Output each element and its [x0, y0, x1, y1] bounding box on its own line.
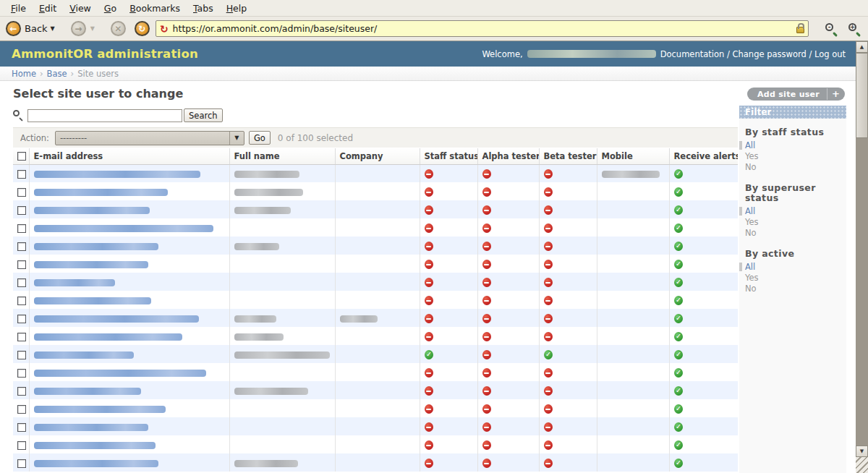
column-header-full-name[interactable]: Full name	[229, 148, 335, 164]
breadcrumb-base[interactable]: Base	[47, 69, 67, 79]
column-header-company[interactable]: Company	[335, 148, 420, 164]
full-name-redacted	[234, 171, 299, 178]
row-checkbox[interactable]	[17, 260, 26, 269]
zoom-out-button[interactable]: -	[823, 21, 839, 37]
menu-tabs[interactable]: Tabs	[187, 1, 220, 15]
alpha-tester-no-icon	[482, 296, 491, 305]
email-link-redacted[interactable]	[34, 424, 148, 431]
staff-status-no-icon	[425, 314, 433, 323]
email-link-redacted[interactable]	[34, 297, 151, 304]
reload-icon[interactable]: ↻	[135, 21, 150, 36]
site-title[interactable]: AmmonitOR administration	[12, 47, 198, 61]
full-name-redacted	[234, 315, 276, 323]
magnifier-plus-icon: +	[848, 23, 856, 31]
user-links[interactable]: Documentation / Change password / Log ou…	[660, 49, 846, 59]
scrollbar-thumb[interactable]	[856, 53, 868, 138]
column-header-beta-tester[interactable]: Beta tester	[539, 148, 597, 164]
row-checkbox[interactable]	[17, 459, 26, 468]
filter-option-all[interactable]: All	[745, 206, 842, 217]
alpha-tester-no-icon	[482, 368, 491, 378]
column-header-e-mail-address[interactable]: E-mail address	[29, 148, 229, 164]
menu-edit[interactable]: Edit	[33, 1, 63, 15]
select-all-checkbox[interactable]	[17, 152, 26, 161]
scroll-down-icon[interactable]: ▼	[856, 446, 868, 457]
email-link-redacted[interactable]	[34, 406, 166, 413]
email-link-redacted[interactable]	[34, 460, 158, 467]
row-checkbox[interactable]	[17, 351, 26, 359]
row-checkbox[interactable]	[17, 224, 26, 233]
filter-panel-title: Filter	[739, 106, 846, 119]
zoom-in-button[interactable]: +	[846, 21, 862, 37]
beta-tester-no-icon	[544, 404, 553, 414]
breadcrumb-home[interactable]: Home	[12, 69, 36, 79]
row-checkbox[interactable]	[17, 333, 26, 341]
filter-option-yes[interactable]: Yes	[745, 151, 842, 162]
email-link-redacted[interactable]	[34, 261, 148, 268]
email-link-redacted[interactable]	[34, 370, 206, 377]
menu-go[interactable]: Go	[98, 1, 123, 15]
filter-option-all[interactable]: All	[745, 262, 842, 273]
window-resize-grip[interactable]	[856, 457, 868, 473]
email-link-redacted[interactable]	[34, 333, 182, 341]
staff-status-no-icon	[425, 223, 433, 233]
back-dropdown-caret[interactable]: ▼	[51, 25, 55, 32]
back-icon[interactable]: ←	[6, 21, 21, 36]
search-input[interactable]	[27, 109, 182, 122]
alpha-tester-no-icon	[482, 350, 491, 359]
row-checkbox[interactable]	[17, 369, 26, 378]
staff-status-no-icon	[425, 404, 433, 414]
row-checkbox[interactable]	[17, 297, 26, 305]
row-checkbox[interactable]	[17, 423, 26, 432]
row-checkbox[interactable]	[17, 405, 26, 414]
vertical-scrollbar[interactable]: ▲ ▼	[856, 41, 868, 473]
back-button[interactable]: Back	[25, 23, 48, 34]
receive-alerts-yes-icon	[674, 187, 683, 197]
filter-option-no[interactable]: No	[745, 162, 842, 173]
column-header-staff-status[interactable]: Staff status	[420, 148, 477, 164]
column-header-receive-alerts[interactable]: Receive alerts	[669, 148, 738, 164]
filter-option-yes[interactable]: Yes	[745, 273, 842, 284]
row-checkbox[interactable]	[17, 170, 26, 179]
filter-option-no[interactable]: No	[745, 284, 842, 294]
go-button[interactable]: Go	[249, 131, 271, 145]
row-checkbox[interactable]	[17, 387, 26, 396]
email-link-redacted[interactable]	[34, 388, 141, 395]
row-checkbox[interactable]	[17, 206, 26, 215]
email-link-redacted[interactable]	[34, 189, 168, 196]
filter-option-no[interactable]: No	[745, 228, 842, 239]
email-link-redacted[interactable]	[34, 171, 200, 178]
admin-header: AmmonitOR administration Welcome, Docume…	[0, 41, 856, 67]
filter-option-yes[interactable]: Yes	[745, 217, 842, 228]
magnifier-minus-icon: -	[825, 23, 833, 31]
email-link-redacted[interactable]	[34, 351, 134, 359]
email-link-redacted[interactable]	[34, 243, 158, 250]
menu-view[interactable]: View	[63, 1, 98, 15]
url-text[interactable]: https://or.ammonit.com/admin/base/siteus…	[173, 23, 796, 34]
email-link-redacted[interactable]	[34, 315, 199, 323]
action-select[interactable]: --------- ▼	[55, 131, 244, 145]
row-checkbox[interactable]	[17, 278, 26, 287]
chevron-down-icon: ▼	[229, 132, 244, 145]
email-link-redacted[interactable]	[34, 279, 115, 286]
email-link-redacted[interactable]	[34, 207, 150, 214]
menu-help[interactable]: Help	[220, 1, 254, 15]
search-button[interactable]: Search	[184, 108, 223, 122]
filter-option-all[interactable]: All	[745, 140, 842, 151]
column-header-mobile[interactable]: Mobile	[597, 148, 669, 164]
email-link-redacted[interactable]	[34, 225, 213, 232]
url-bar[interactable]: ↻ https://or.ammonit.com/admin/base/site…	[156, 20, 809, 37]
email-link-redacted[interactable]	[34, 442, 156, 449]
row-checkbox[interactable]	[17, 242, 26, 251]
row-checkbox[interactable]	[17, 188, 26, 197]
column-header-alpha-tester[interactable]: Alpha tester	[477, 148, 539, 164]
alpha-tester-no-icon	[482, 242, 491, 251]
menu-bookmarks[interactable]: Bookmarks	[123, 1, 187, 15]
menu-file[interactable]: File	[4, 1, 33, 15]
row-checkbox[interactable]	[17, 315, 26, 323]
forward-dropdown-caret: ▼	[90, 25, 95, 32]
staff-status-no-icon	[425, 459, 433, 468]
row-checkbox[interactable]	[17, 441, 26, 450]
table-row	[13, 182, 738, 200]
scroll-up-icon[interactable]: ▲	[856, 41, 868, 53]
add-site-user-button[interactable]: Add site user +	[747, 88, 845, 101]
